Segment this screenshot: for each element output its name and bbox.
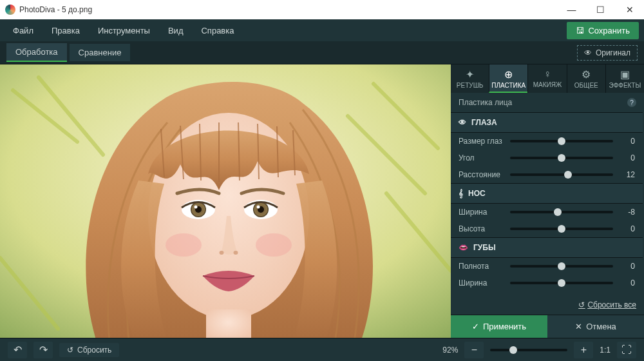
section-lips[interactable]: 👄ГУБЫ	[451, 237, 643, 258]
undo-button[interactable]: ↶	[8, 342, 27, 358]
tab-retouch[interactable]: ✦РЕТУШЬ	[451, 64, 489, 93]
menu-file[interactable]: Файл	[5, 22, 41, 39]
svg-point-26	[166, 233, 202, 257]
right-panel: ✦РЕТУШЬ ⊕ПЛАСТИКА ♀МАКИЯЖ ⚙ОБЩЕЕ ▣ЭФФЕКТ…	[451, 64, 644, 338]
reset-icon: ↺	[578, 300, 585, 309]
slider-thumb[interactable]	[554, 208, 562, 216]
slider-track[interactable]	[510, 265, 613, 268]
slider-thumb[interactable]	[558, 154, 565, 162]
fullscreen-button[interactable]: ⛶	[617, 342, 636, 358]
cancel-button[interactable]: ✕Отмена	[547, 315, 644, 338]
svg-point-22	[194, 206, 198, 209]
help-icon[interactable]: ?	[627, 98, 636, 107]
save-icon: 🖫	[576, 26, 584, 35]
slider-row: Угол 0	[451, 150, 643, 166]
makeup-icon: ♀	[528, 68, 566, 80]
svg-point-25	[234, 251, 238, 255]
reset-button[interactable]: ↺Сбросить	[59, 343, 119, 357]
reset-icon-2: ↺	[67, 346, 73, 355]
canvas[interactable]	[0, 64, 451, 338]
maximize-button[interactable]: ☐	[586, 0, 615, 19]
slider-track[interactable]	[510, 173, 613, 176]
slider-value: -8	[618, 208, 635, 217]
tab-compare[interactable]: Сравнение	[70, 44, 131, 61]
slider-row: Ширина 0	[451, 275, 643, 291]
tab-edit[interactable]: Обработка	[6, 43, 67, 62]
slider-label: Ширина	[459, 208, 505, 217]
effects-icon: ▣	[606, 68, 644, 81]
svg-rect-28	[206, 309, 251, 338]
slider-track[interactable]	[510, 140, 613, 142]
slider-row: Размер глаз 0	[451, 133, 643, 150]
slider-label: Угол	[459, 153, 505, 162]
slider-value: 0	[618, 153, 635, 162]
eye-icon: 👁	[584, 48, 592, 57]
tool-tabs: ✦РЕТУШЬ ⊕ПЛАСТИКА ♀МАКИЯЖ ⚙ОБЩЕЕ ▣ЭФФЕКТ…	[451, 64, 644, 93]
section-eyes[interactable]: 👁ГЛАЗА	[451, 112, 643, 133]
retouch-icon: ✦	[451, 68, 489, 81]
slider-track[interactable]	[510, 282, 613, 284]
zoom-in-button[interactable]: +	[574, 342, 593, 358]
tab-general[interactable]: ⚙ОБЩЕЕ	[567, 64, 605, 93]
sliders-scroll[interactable]: 👁ГЛАЗА Размер глаз 0Угол 0Расстояние 12 …	[451, 112, 644, 295]
slider-thumb[interactable]	[564, 171, 572, 179]
menu-edit[interactable]: Правка	[44, 22, 88, 39]
slider-thumb[interactable]	[558, 225, 565, 233]
slider-row: Высота 0	[451, 220, 643, 237]
check-icon: ✓	[472, 322, 479, 331]
slider-row: Улыбка 32	[451, 291, 643, 295]
menu-view[interactable]: Вид	[160, 22, 191, 39]
zoom-out-button[interactable]: −	[464, 342, 484, 358]
slider-thumb[interactable]	[558, 262, 565, 270]
slider-track[interactable]	[510, 157, 613, 159]
menubar: Файл Правка Инструменты Вид Справка 🖫 Со…	[0, 19, 644, 41]
redo-button[interactable]: ↷	[33, 342, 53, 358]
portrait-image	[0, 64, 451, 338]
slider-label: Размер глаз	[459, 137, 505, 146]
zoom-thumb[interactable]	[509, 346, 517, 354]
slider-track[interactable]	[510, 211, 613, 213]
general-icon: ⚙	[567, 68, 605, 81]
slider-label: Ширина	[459, 278, 505, 288]
zoom-slider[interactable]	[490, 349, 567, 351]
slider-value: 0	[618, 262, 635, 271]
nose-section-icon: 𝄞	[459, 189, 463, 198]
svg-point-24	[220, 251, 224, 255]
bottombar: ↶ ↷ ↺Сбросить 92% − + 1:1 ⛶	[0, 338, 644, 361]
save-label: Сохранить	[588, 26, 630, 35]
panel-title: Пластика лица	[459, 98, 512, 107]
app-icon	[5, 5, 15, 15]
save-button[interactable]: 🖫 Сохранить	[567, 22, 639, 39]
slider-thumb[interactable]	[558, 137, 565, 145]
slider-value: 12	[618, 170, 635, 179]
original-button[interactable]: 👁 Оригинал	[577, 45, 638, 61]
slider-row: Расстояние 12	[451, 166, 643, 183]
apply-row: ✓Применить ✕Отмена	[451, 315, 644, 338]
slider-value: 0	[618, 278, 635, 288]
titlebar: PhotoDiva - 5 до.png — ☐ ✕	[0, 0, 644, 19]
one-to-one-button[interactable]: 1:1	[600, 346, 611, 355]
section-nose[interactable]: 𝄞НОС	[451, 183, 643, 204]
slider-value: 0	[618, 137, 635, 146]
main: ✦РЕТУШЬ ⊕ПЛАСТИКА ♀МАКИЯЖ ⚙ОБЩЕЕ ▣ЭФФЕКТ…	[0, 64, 644, 338]
reset-all-row: ↺Сбросить все	[451, 295, 644, 315]
slider-value: 0	[618, 224, 635, 233]
apply-button[interactable]: ✓Применить	[451, 315, 547, 338]
svg-point-27	[256, 233, 292, 257]
eye-section-icon: 👁	[459, 118, 466, 127]
window-title: PhotoDiva - 5 до.png	[19, 5, 557, 14]
slider-thumb[interactable]	[558, 279, 565, 287]
minimize-button[interactable]: —	[557, 0, 586, 19]
tab-plastic[interactable]: ⊕ПЛАСТИКА	[489, 64, 527, 93]
panel-header: Пластика лица ?	[451, 93, 644, 112]
tab-effects[interactable]: ▣ЭФФЕКТЫ	[605, 64, 644, 93]
menu-tools[interactable]: Инструменты	[90, 22, 158, 39]
svg-point-23	[257, 206, 260, 209]
slider-row: Полнота 0	[451, 258, 643, 275]
tab-makeup[interactable]: ♀МАКИЯЖ	[527, 64, 566, 93]
close-button[interactable]: ✕	[615, 0, 644, 19]
menu-help[interactable]: Справка	[193, 22, 242, 39]
slider-track[interactable]	[510, 228, 613, 230]
lips-section-icon: 👄	[459, 243, 468, 252]
reset-all-link[interactable]: ↺Сбросить все	[578, 300, 636, 309]
